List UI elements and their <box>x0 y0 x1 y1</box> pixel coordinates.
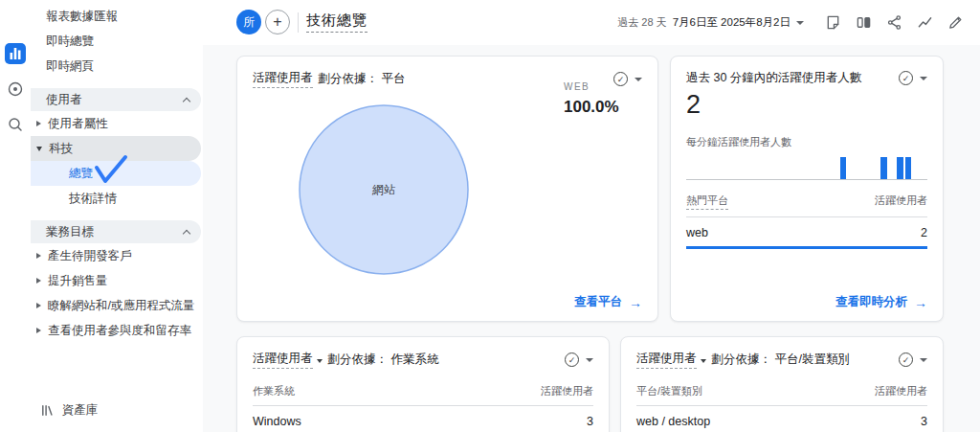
dimension-selector[interactable]: 活躍使用者 <box>253 70 313 88</box>
card-options-caret-icon[interactable] <box>586 358 593 362</box>
chevron-down-icon <box>701 359 706 363</box>
sidebar-item-label: 瞭解網站和/或應用程式流量 <box>48 298 194 314</box>
ga4-technology-overview-page: 報表數據匯報 即時總覽 即時網頁 使用者 使用者屬性 科技 總覽 技術詳情 業務… <box>0 0 980 432</box>
row-key: web / desktop <box>636 415 710 428</box>
sidebar-item-label: 即時總覽 <box>46 34 94 50</box>
platform-pie-card: 活躍使用者 劃分依據： 平台 ✓ 網站 WEB 100.0% 查看平台 → <box>236 56 658 322</box>
legend-value: 100.0% <box>564 98 619 117</box>
view-realtime-link[interactable]: 查看即時分析 → <box>835 294 927 310</box>
section-label: 使用者 <box>46 92 82 108</box>
arrow-right-icon: → <box>914 295 927 310</box>
insights-icon[interactable] <box>915 13 934 33</box>
realtime-minute-chart <box>686 157 927 180</box>
dimension-selector[interactable]: 活躍使用者 <box>253 351 313 369</box>
expand-arrow-icon <box>36 278 41 284</box>
sidebar-item-engagement-retention[interactable]: 查看使用者參與度和留存率 <box>31 318 201 343</box>
card-options-caret-icon[interactable] <box>920 358 927 362</box>
compare-icon[interactable] <box>854 13 873 33</box>
card-actions: ✓ <box>565 352 593 367</box>
row-value: 3 <box>587 415 593 428</box>
sidebar-item-tech-overview[interactable]: 總覽 <box>31 161 201 186</box>
chevron-up-icon <box>183 229 190 237</box>
reports-icon <box>10 48 21 59</box>
sidebar-section-user[interactable]: 使用者 <box>31 88 201 111</box>
per-minute-label: 每分鐘活躍使用者人數 <box>686 135 927 149</box>
date-range-picker[interactable]: 過去 28 天 7月6日至 2025年8月2日 <box>617 15 804 30</box>
os-table-card: 活躍使用者 劃分依據： 作業系統 ✓ 作業系統 活躍使用者 Windows 3 <box>236 336 610 432</box>
column-header-active-users: 活躍使用者 <box>541 384 593 398</box>
table-row: Windows 3 <box>253 406 593 432</box>
share-icon[interactable] <box>884 13 903 33</box>
card-title: 過去 30 分鐘內的活躍使用者人數 <box>686 70 861 86</box>
sidebar-item-drive-sales[interactable]: 提升銷售量 <box>31 268 201 293</box>
sidebar-section-business-goals[interactable]: 業務目標 <box>31 220 201 243</box>
card-actions: ✓ <box>899 352 927 367</box>
library-icon <box>40 403 55 418</box>
expand-arrow-icon <box>36 303 41 308</box>
sidebar-item-label: 使用者屬性 <box>48 116 108 132</box>
platform-pie-chart: 網站 <box>298 103 470 276</box>
card-header: 活躍使用者 劃分依據： 作業系統 ✓ <box>253 351 593 369</box>
sidebar-item-library[interactable]: 資產庫 <box>34 398 99 422</box>
card-actions: ✓ <box>899 71 927 85</box>
explore-nav-button[interactable] <box>5 114 26 135</box>
expand-arrow-icon <box>36 253 41 259</box>
pie-slice-label: 網站 <box>298 182 470 198</box>
expand-arrow-icon <box>36 121 41 126</box>
card-title-rest: 劃分依據： 平台/裝置類別 <box>712 352 850 368</box>
card-options-caret-icon[interactable] <box>920 77 927 80</box>
sidebar-item-reports-snapshot[interactable]: 報表數據匯報 <box>31 4 201 29</box>
sidebar-item-realtime-overview[interactable]: 即時總覽 <box>31 29 201 54</box>
legend-key: WEB <box>564 81 619 92</box>
expand-arrow-icon <box>36 328 41 333</box>
view-platforms-link[interactable]: 查看平台 → <box>574 294 642 310</box>
column-header-os: 作業系統 <box>253 384 295 398</box>
nav-rail <box>0 0 31 432</box>
card-title-rest: 劃分依據： 平台 <box>319 71 406 87</box>
account-filter-chip[interactable]: 所 <box>236 10 261 34</box>
column-header-platform[interactable]: 熱門平台 <box>686 193 728 210</box>
data-quality-icon[interactable]: ✓ <box>565 352 579 367</box>
table-row: web / desktop 3 <box>636 406 927 432</box>
platform-device-table-card: 活躍使用者 劃分依據： 平台/裝置類別 ✓ 平台/裝置類別 活躍使用者 web … <box>620 336 944 432</box>
sidebar-item-label: 科技 <box>49 141 73 157</box>
data-quality-icon[interactable]: ✓ <box>899 352 913 367</box>
card-title-rest: 劃分依據： 作業系統 <box>328 352 439 368</box>
column-header-active-users: 活躍使用者 <box>875 384 927 398</box>
sidebar-item-realtime-pages[interactable]: 即時網頁 <box>31 54 201 79</box>
divider <box>298 12 299 33</box>
column-header-active-users: 活躍使用者 <box>875 193 927 210</box>
sidebar-item-technology[interactable]: 科技 <box>31 136 201 161</box>
sidebar-item-user-attributes[interactable]: 使用者屬性 <box>31 111 201 136</box>
sidebar-item-label: 報表數據匯報 <box>46 9 118 25</box>
explore-icon <box>7 116 24 133</box>
row-value: 2 <box>921 226 927 239</box>
sidebar-item-tech-details[interactable]: 技術詳情 <box>31 186 201 211</box>
advertising-nav-button[interactable] <box>5 79 26 100</box>
page-title: 技術總覽 <box>306 11 368 33</box>
table-header: 平台/裝置類別 活躍使用者 <box>636 384 927 406</box>
row-value-bar <box>686 246 927 249</box>
reports-nav-button[interactable] <box>5 43 26 64</box>
note-icon[interactable] <box>823 13 842 33</box>
realtime-card: 過去 30 分鐘內的活躍使用者人數 ✓ 2 每分鐘活躍使用者人數 熱門平台 活躍… <box>670 56 944 322</box>
dimension-selector[interactable]: 活躍使用者 <box>636 351 697 369</box>
sidebar-item-understand-traffic[interactable]: 瞭解網站和/或應用程式流量 <box>31 293 201 318</box>
data-quality-icon[interactable]: ✓ <box>899 71 913 85</box>
link-label: 查看平台 <box>574 294 622 310</box>
sidebar-item-label: 技術詳情 <box>69 191 117 207</box>
edit-icon[interactable] <box>946 13 965 33</box>
pie-legend: WEB 100.0% <box>564 81 619 117</box>
card-header: 過去 30 分鐘內的活躍使用者人數 ✓ <box>686 70 927 86</box>
content-area: 活躍使用者 劃分依據： 平台 ✓ 網站 WEB 100.0% 查看平台 → <box>203 45 980 432</box>
section-label: 業務目標 <box>46 224 94 240</box>
sidebar-item-label: 即時網頁 <box>46 58 94 75</box>
reports-sidebar: 報表數據匯報 即時總覽 即時網頁 使用者 使用者屬性 科技 總覽 技術詳情 業務… <box>31 0 203 432</box>
card-header: 活躍使用者 劃分依據： 平台/裝置類別 ✓ <box>636 351 927 369</box>
link-label: 查看即時分析 <box>835 294 907 310</box>
add-comparison-button[interactable]: + <box>265 10 290 34</box>
date-range-value: 7月6日至 2025年8月2日 <box>673 15 791 30</box>
sidebar-item-generate-leads[interactable]: 產生待開發客戶 <box>31 243 201 268</box>
card-options-caret-icon[interactable] <box>635 78 642 81</box>
sidebar-item-label: 總覽 <box>69 166 93 182</box>
